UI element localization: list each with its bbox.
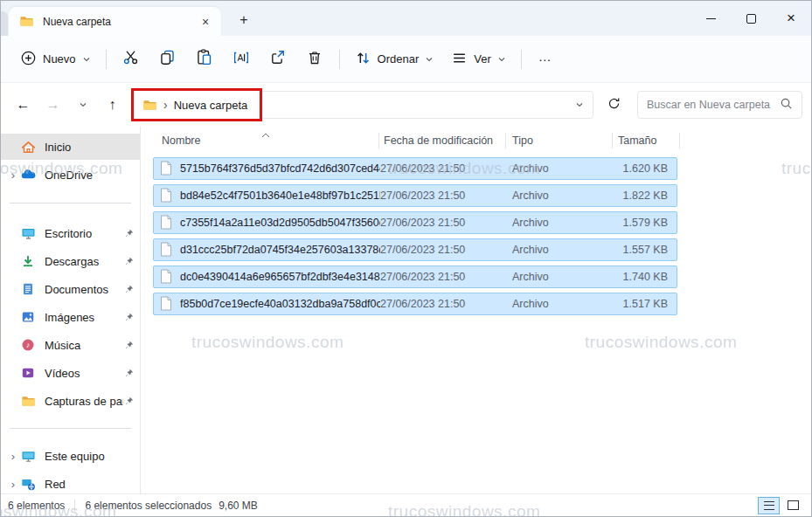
large-icons-view-icon: [788, 500, 799, 510]
file-size: 1.579 KB: [612, 217, 677, 229]
tab-title: Nueva carpeta: [43, 16, 195, 28]
scissors-icon: [122, 49, 139, 69]
svg-text:A: A: [237, 52, 243, 62]
status-separator: [74, 500, 75, 512]
file-type: Archivo: [506, 298, 612, 310]
column-headers: Nombre Fecha de modificación Tipo Tamaño: [141, 127, 811, 155]
rename-button[interactable]: A: [223, 43, 260, 76]
file-date: 27/06/2023 21:50: [380, 271, 506, 283]
column-separator[interactable]: [679, 133, 680, 148]
chevron-right-icon: [163, 97, 168, 113]
file-row[interactable]: d31ccc25bf72da0745f34e257603a13378d8... …: [153, 238, 677, 261]
sidebar-divider: [10, 203, 131, 203]
expand-chevron-icon[interactable]: [6, 478, 20, 491]
file-icon: [160, 242, 173, 258]
folder-icon: [19, 14, 34, 29]
toolbar-separator: [106, 50, 107, 69]
recent-locations-button[interactable]: [69, 92, 96, 119]
refresh-button[interactable]: [600, 91, 628, 119]
sidebar-item[interactable]: Vídeos: [1, 360, 140, 386]
column-header-name[interactable]: Nombre: [153, 127, 378, 155]
sidebar-item[interactable]: Escritorio: [1, 220, 140, 246]
view-button-label: Ver: [474, 52, 491, 65]
large-icons-view-button[interactable]: [782, 497, 804, 514]
column-header-size[interactable]: Tamaño: [613, 134, 679, 147]
sidebar-item[interactable]: ♪ Música: [1, 332, 140, 358]
address-dropdown-button[interactable]: [575, 97, 584, 113]
sidebar-pinned-group: Escritorio Descargas Documentos: [1, 220, 140, 414]
address-bar[interactable]: Nueva carpeta: [132, 91, 593, 119]
sidebar-item[interactable]: Capturas de pan: [1, 388, 140, 414]
file-size: 1.620 KB: [612, 162, 677, 175]
file-row[interactable]: dc0e4390414a6e965657bf2dbf3e4e3148ae... …: [153, 265, 677, 288]
chevron-down-icon: [425, 55, 434, 64]
more-options-button[interactable]: …: [528, 45, 563, 72]
paste-button[interactable]: [186, 43, 223, 76]
file-name: dc0e4390414a6e965657bf2dbf3e4e3148ae...: [180, 271, 380, 283]
minimize-button[interactable]: [691, 1, 731, 36]
pin-icon: [123, 340, 136, 351]
file-icon: [160, 296, 173, 312]
copy-icon: [159, 49, 176, 69]
up-button[interactable]: [99, 92, 126, 119]
cut-button[interactable]: [113, 43, 149, 76]
sort-arrows-icon: [355, 50, 371, 69]
forward-button[interactable]: [39, 92, 66, 119]
expand-chevron-icon[interactable]: [6, 450, 20, 463]
breadcrumb-highlight-box[interactable]: Nueva carpeta: [131, 88, 262, 121]
copy-button[interactable]: [149, 43, 186, 76]
view-button[interactable]: Ver: [442, 44, 515, 75]
sidebar-item-label: Imágenes: [45, 311, 123, 324]
file-icon: [160, 269, 173, 285]
sidebar-item[interactable]: OneDrive: [1, 162, 140, 188]
sidebar-item[interactable]: Inicio: [1, 134, 140, 160]
file-size: 1.822 KB: [612, 190, 677, 202]
toolbar-separator: [339, 50, 340, 69]
sidebar-item-label: Capturas de pan: [45, 395, 123, 408]
file-name: d31ccc25bf72da0745f34e257603a13378d8...: [180, 244, 380, 256]
file-size: 1.557 KB: [612, 244, 677, 256]
back-button[interactable]: [10, 92, 37, 119]
delete-button[interactable]: [296, 43, 333, 76]
sort-button[interactable]: Ordenar: [346, 44, 443, 75]
column-header-date[interactable]: Fecha de modificación: [379, 134, 505, 147]
file-row[interactable]: c7355f14a2a11e03d2d9505db5047f3560e9... …: [153, 211, 677, 234]
sidebar-item[interactable]: Imágenes: [1, 304, 140, 330]
pin-icon: [123, 256, 136, 267]
video-icon: [20, 365, 36, 381]
minimize-icon: [706, 18, 716, 19]
sidebar-item[interactable]: Este equipo: [1, 443, 140, 469]
new-button[interactable]: Nuevo: [11, 44, 100, 75]
breadcrumb-folder[interactable]: Nueva carpeta: [174, 99, 248, 112]
search-placeholder: Buscar en Nueva carpeta: [647, 99, 780, 111]
sidebar-item-label: Música: [45, 339, 123, 352]
selection-size: 9,60 MB: [219, 500, 258, 512]
sidebar-item-label: Red: [45, 478, 123, 491]
close-button[interactable]: [771, 1, 811, 36]
sidebar-item[interactable]: Documentos: [1, 276, 140, 302]
tab-nueva-carpeta[interactable]: Nueva carpeta: [9, 7, 221, 36]
tab-bar: Nueva carpeta: [1, 1, 811, 36]
cloud-icon: [20, 167, 36, 183]
sidebar-item-label: Vídeos: [45, 367, 123, 380]
tab-strip-edge: [1, 11, 8, 36]
image-icon: [20, 309, 36, 325]
sidebar-item[interactable]: Descargas: [1, 248, 140, 274]
tab-close-icon[interactable]: [195, 11, 216, 32]
clipboard-icon: [196, 49, 212, 69]
search-input[interactable]: Buscar en Nueva carpeta: [637, 91, 802, 119]
details-view-button[interactable]: [758, 497, 780, 514]
chevron-down-icon: [79, 97, 87, 113]
column-header-type[interactable]: Tipo: [506, 134, 612, 147]
share-button[interactable]: [260, 43, 296, 76]
file-row[interactable]: bd84e52c4f7501b3640e1e48bf97b1c251b... 2…: [153, 184, 677, 207]
details-view-icon: [764, 501, 774, 510]
explorer-body: Inicio OneDrive: [1, 127, 811, 493]
file-row[interactable]: f85b0d7ce19ecfe40a03132dba9a758df0cb... …: [153, 293, 677, 315]
file-date: 27/06/2023 21:50: [380, 190, 506, 202]
expand-chevron-icon[interactable]: [6, 169, 20, 182]
new-tab-button[interactable]: [232, 9, 255, 31]
sidebar-divider: [10, 428, 131, 429]
file-row[interactable]: 5715b764f376d5d37bfcd742d6d307ced4e... 2…: [153, 157, 677, 180]
maximize-button[interactable]: [731, 1, 771, 36]
